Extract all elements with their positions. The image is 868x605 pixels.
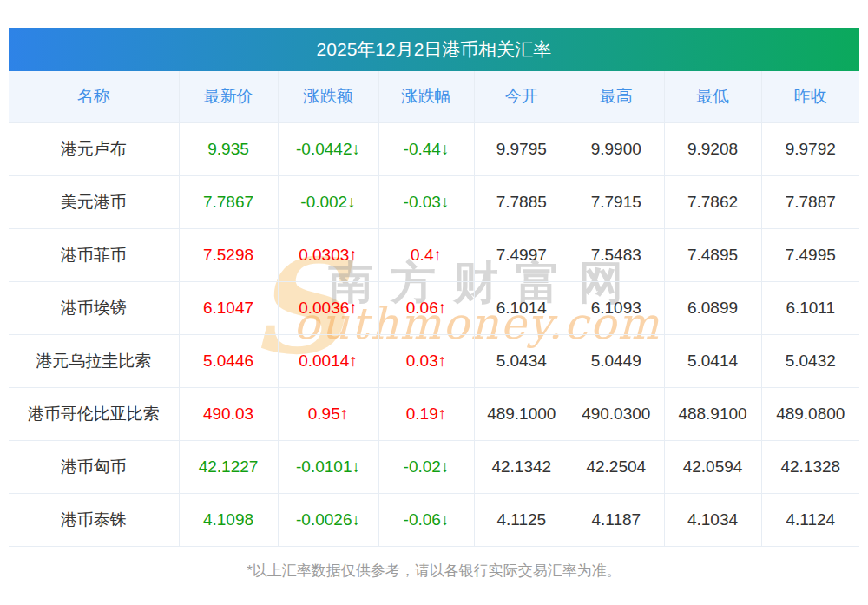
disclaimer-note: *以上汇率数据仅供参考，请以各银行实际交易汇率为准。 — [9, 561, 859, 581]
cell-high: 7.5483 — [569, 228, 664, 281]
cell-change-pct: 0.4↑ — [378, 228, 474, 281]
cell-pair-name: 港币泰铢 — [9, 493, 179, 546]
cell-open: 7.7885 — [474, 175, 569, 228]
cell-low: 5.0414 — [664, 334, 761, 387]
cell-last-price: 4.1098 — [179, 493, 278, 546]
cell-pair-name: 港元卢布 — [9, 122, 179, 175]
table-row: 港币哥伦比亚比索 490.03 0.95↑ 0.19↑ 489.1000 490… — [9, 387, 859, 440]
cell-last-price: 9.935 — [179, 122, 278, 175]
cell-change-pct: -0.02↓ — [378, 440, 474, 493]
cell-pair-name: 港币哥伦比亚比索 — [9, 387, 179, 440]
cell-change: -0.0442↓ — [278, 122, 378, 175]
cell-open: 489.1000 — [474, 387, 569, 440]
cell-change-pct: -0.44↓ — [378, 122, 474, 175]
cell-low: 42.0594 — [664, 440, 761, 493]
column-header-change-pct: 涨跌幅 — [378, 71, 474, 122]
cell-last-price: 7.5298 — [179, 228, 278, 281]
cell-prev-close: 9.9792 — [761, 122, 859, 175]
table-row: 港元乌拉圭比索 5.0446 0.0014↑ 0.03↑ 5.0434 5.04… — [9, 334, 859, 387]
cell-pair-name: 港元乌拉圭比索 — [9, 334, 179, 387]
exchange-rate-table: 名称 最新价 涨跌额 涨跌幅 今开 最高 最低 昨收 港元卢布 9.935 -0… — [9, 71, 859, 547]
cell-change-pct: -0.03↓ — [378, 175, 474, 228]
cell-change-pct: 0.19↑ — [378, 387, 474, 440]
column-header-name: 名称 — [9, 71, 179, 122]
cell-change: -0.0101↓ — [278, 440, 378, 493]
cell-change: -0.002↓ — [278, 175, 378, 228]
cell-change: 0.95↑ — [278, 387, 378, 440]
cell-prev-close: 6.1011 — [761, 281, 859, 334]
table-header-row: 名称 最新价 涨跌额 涨跌幅 今开 最高 最低 昨收 — [9, 71, 859, 122]
cell-high: 9.9900 — [569, 122, 664, 175]
column-header-change: 涨跌额 — [278, 71, 378, 122]
cell-last-price: 42.1227 — [179, 440, 278, 493]
table-row: 港币菲币 7.5298 0.0303↑ 0.4↑ 7.4997 7.5483 7… — [9, 228, 859, 281]
cell-prev-close: 42.1328 — [761, 440, 859, 493]
cell-open: 42.1342 — [474, 440, 569, 493]
cell-change-pct: -0.06↓ — [378, 493, 474, 546]
cell-last-price: 490.03 — [179, 387, 278, 440]
cell-open: 5.0434 — [474, 334, 569, 387]
cell-last-price: 5.0446 — [179, 334, 278, 387]
cell-last-price: 7.7867 — [179, 175, 278, 228]
cell-pair-name: 美元港币 — [9, 175, 179, 228]
table-row: 港元卢布 9.935 -0.0442↓ -0.44↓ 9.9795 9.9900… — [9, 122, 859, 175]
cell-low: 9.9208 — [664, 122, 761, 175]
cell-prev-close: 4.1124 — [761, 493, 859, 546]
cell-change-pct: 0.06↑ — [378, 281, 474, 334]
cell-open: 7.4997 — [474, 228, 569, 281]
cell-change: 0.0014↑ — [278, 334, 378, 387]
cell-prev-close: 489.0800 — [761, 387, 859, 440]
column-header-low: 最低 — [664, 71, 761, 122]
table-row: 港币匈币 42.1227 -0.0101↓ -0.02↓ 42.1342 42.… — [9, 440, 859, 493]
cell-change: 0.0303↑ — [278, 228, 378, 281]
cell-high: 42.2504 — [569, 440, 664, 493]
table-row: 港币泰铢 4.1098 -0.0026↓ -0.06↓ 4.1125 4.118… — [9, 493, 859, 546]
cell-last-price: 6.1047 — [179, 281, 278, 334]
cell-open: 6.1014 — [474, 281, 569, 334]
cell-low: 7.7862 — [664, 175, 761, 228]
cell-open: 9.9795 — [474, 122, 569, 175]
cell-change: 0.0036↑ — [278, 281, 378, 334]
rate-table-panel: 2025年12月2日港币相关汇率 名称 最新价 涨跌额 涨跌幅 今开 最高 最低… — [9, 28, 859, 581]
cell-low: 7.4895 — [664, 228, 761, 281]
cell-open: 4.1125 — [474, 493, 569, 546]
cell-change: -0.0026↓ — [278, 493, 378, 546]
cell-low: 488.9100 — [664, 387, 761, 440]
column-header-high: 最高 — [569, 71, 664, 122]
cell-high: 4.1187 — [569, 493, 664, 546]
table-row: 美元港币 7.7867 -0.002↓ -0.03↓ 7.7885 7.7915… — [9, 175, 859, 228]
cell-low: 4.1034 — [664, 493, 761, 546]
column-header-open: 今开 — [474, 71, 569, 122]
cell-pair-name: 港币埃镑 — [9, 281, 179, 334]
cell-prev-close: 5.0432 — [761, 334, 859, 387]
cell-high: 7.7915 — [569, 175, 664, 228]
cell-prev-close: 7.7887 — [761, 175, 859, 228]
cell-prev-close: 7.4995 — [761, 228, 859, 281]
cell-pair-name: 港币菲币 — [9, 228, 179, 281]
cell-high: 490.0300 — [569, 387, 664, 440]
cell-high: 6.1093 — [569, 281, 664, 334]
cell-low: 6.0899 — [664, 281, 761, 334]
page-title: 2025年12月2日港币相关汇率 — [9, 28, 859, 71]
column-header-prev-close: 昨收 — [761, 71, 859, 122]
table-row: 港币埃镑 6.1047 0.0036↑ 0.06↑ 6.1014 6.1093 … — [9, 281, 859, 334]
column-header-last-price: 最新价 — [179, 71, 278, 122]
cell-high: 5.0449 — [569, 334, 664, 387]
cell-change-pct: 0.03↑ — [378, 334, 474, 387]
cell-pair-name: 港币匈币 — [9, 440, 179, 493]
